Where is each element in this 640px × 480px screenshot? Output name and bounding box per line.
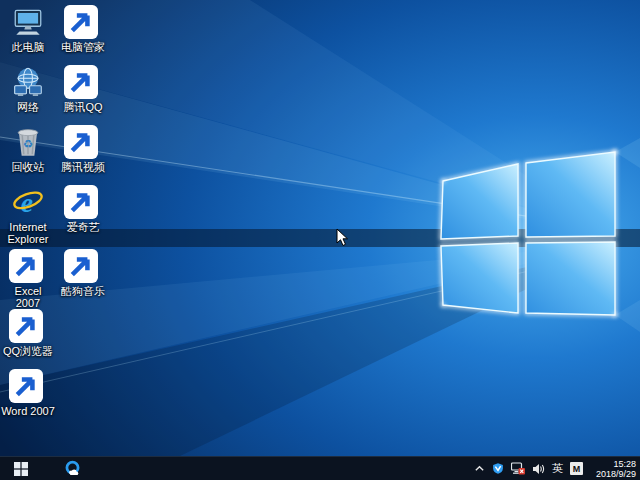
icon-label: Excel 2007 (1, 285, 55, 309)
tray-overflow-button[interactable] (474, 457, 485, 480)
kugou-music-icon: K (66, 249, 100, 283)
icon-label: 回收站 (1, 161, 55, 173)
shortcut-arrow-icon (64, 65, 98, 99)
tray-volume[interactable] (532, 457, 545, 480)
clock[interactable]: 15:28 2018/9/29 (590, 459, 636, 479)
tray-pc-manager[interactable] (492, 457, 504, 480)
ime-badge: M (570, 462, 583, 475)
shortcut-arrow-icon (64, 125, 98, 159)
icon-label: 腾讯视频 (56, 161, 110, 173)
shortcut-arrow-icon (64, 5, 98, 39)
shortcut-arrow-icon (64, 249, 98, 283)
icon-label: 酷狗音乐 (56, 285, 110, 297)
desktop-icon-excel-2007[interactable]: X Excel 2007 (1, 249, 55, 309)
recycle-bin-icon: ♻ (11, 125, 45, 159)
chevron-up-icon (474, 463, 485, 474)
volume-icon (532, 463, 545, 475)
desktop-icon-internet-explorer[interactable]: e Internet Explorer (1, 185, 55, 245)
windows-start-icon (14, 462, 28, 476)
shortcut-arrow-icon (9, 309, 43, 343)
qq-browser-icon (64, 460, 81, 477)
icon-label: 电脑管家 (56, 41, 110, 53)
this-pc-icon (11, 5, 45, 39)
system-tray[interactable]: 英 M 15:28 2018/9/29 (474, 457, 640, 480)
icon-label: 网络 (1, 101, 55, 113)
icon-label: Internet Explorer (1, 221, 55, 245)
word-icon: W (11, 369, 45, 403)
mouse-cursor (336, 228, 349, 247)
icon-label: 爱奇艺 (56, 221, 110, 233)
icon-label: 腾讯QQ (56, 101, 110, 113)
qq-browser-icon (11, 309, 45, 343)
internet-explorer-icon: e (11, 185, 45, 219)
svg-text:♻: ♻ (23, 137, 33, 151)
desktop-icon-iqiyi[interactable]: iQIYI 爱奇艺 (56, 185, 110, 233)
start-button[interactable] (0, 457, 42, 480)
svg-text:e: e (21, 187, 33, 218)
network-icon (11, 65, 45, 99)
clock-time: 15:28 (596, 459, 636, 469)
tray-network-status[interactable] (511, 457, 525, 480)
icon-label: QQ浏览器 (1, 345, 55, 357)
desktop-icon-network[interactable]: 网络 (1, 65, 55, 113)
shortcut-arrow-icon (64, 185, 98, 219)
clock-date: 2018/9/29 (596, 469, 636, 479)
tencent-qq-icon (66, 65, 100, 99)
icon-label: 此电脑 (1, 41, 55, 53)
shortcut-arrow-icon (9, 369, 43, 403)
language-indicator[interactable]: 英 (552, 457, 563, 480)
desktop-icon-this-pc[interactable]: 此电脑 (1, 5, 55, 53)
taskbar[interactable]: 英 M 15:28 2018/9/29 (0, 456, 640, 480)
desktop[interactable]: 此电脑 电脑管家 (0, 0, 640, 456)
desktop-icon-kugou-music[interactable]: K 酷狗音乐 (56, 249, 110, 297)
iqiyi-icon: iQIYI (66, 185, 100, 219)
desktop-icon-word-2007[interactable]: W Word 2007 (1, 369, 55, 417)
icon-label: Word 2007 (1, 405, 55, 417)
pc-manager-icon (66, 5, 100, 39)
desktop-icon-tencent-qq[interactable]: 腾讯QQ (56, 65, 110, 113)
excel-icon: X (11, 249, 45, 283)
ime-mode-button[interactable]: M (570, 457, 583, 480)
desktop-icon-qq-browser[interactable]: QQ浏览器 (1, 309, 55, 357)
desktop-icon-tencent-video[interactable]: 腾讯视频 (56, 125, 110, 173)
pc-manager-shield-icon (492, 462, 504, 475)
taskbar-item-qq-browser[interactable] (58, 457, 86, 480)
desktop-icon-recycle-bin[interactable]: ♻ 回收站 (1, 125, 55, 173)
shortcut-arrow-icon (9, 249, 43, 283)
network-disconnected-icon (511, 462, 525, 475)
tencent-video-icon (66, 125, 100, 159)
desktop-icon-pc-manager[interactable]: 电脑管家 (56, 5, 110, 53)
